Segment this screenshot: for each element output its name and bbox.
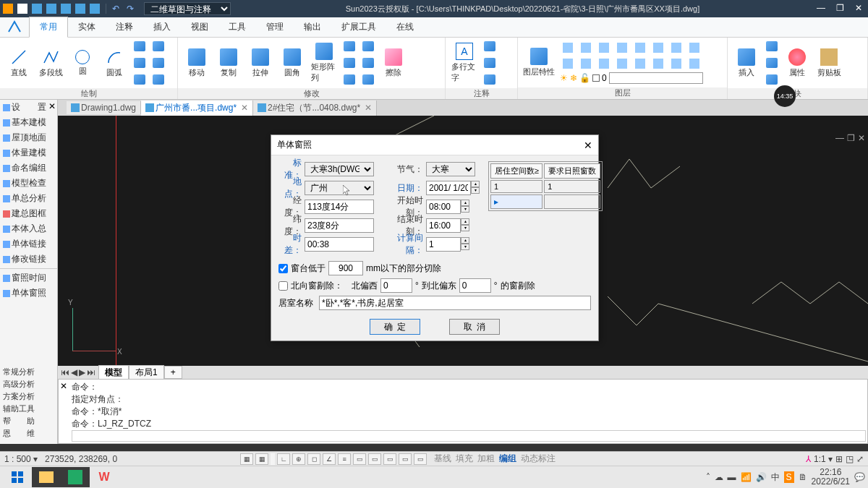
ok-button[interactable]: 确定 <box>370 319 420 335</box>
lw-icon[interactable]: ≡ <box>338 453 351 465</box>
lb-aux[interactable]: 辅助工具 <box>0 403 57 415</box>
layer-icon-16[interactable] <box>686 56 702 71</box>
lb-advanced[interactable]: 高级分析 <box>0 378 57 390</box>
ortho-icon[interactable]: ∟ <box>277 453 290 465</box>
doc-tab-2[interactable]: 广州市番...项目.dwg*✕ <box>141 100 253 116</box>
polar-icon[interactable]: ⊕ <box>292 453 305 465</box>
menu-entity[interactable]: 实体 <box>68 17 106 37</box>
tray-battery-icon[interactable]: ▬ <box>728 472 736 482</box>
mod-sm-5[interactable] <box>360 56 376 70</box>
interval-input[interactable]: ▴▾ <box>426 237 469 252</box>
lp-single-link[interactable]: 单体链接 <box>0 236 57 252</box>
draw-sm-3[interactable] <box>132 72 148 87</box>
layer-icon-11[interactable] <box>596 56 612 71</box>
blk-sm-2[interactable] <box>764 56 780 70</box>
open-icon[interactable] <box>32 4 42 14</box>
move-button[interactable]: 移动 <box>182 47 211 80</box>
lp-into-total[interactable]: 本体入总 <box>0 221 57 236</box>
circle-button[interactable]: 圆 <box>68 48 97 78</box>
st-r2-icon[interactable]: ◳ <box>846 454 854 464</box>
tz-input[interactable] <box>305 237 374 252</box>
st-icon-8[interactable]: ▭ <box>383 453 396 465</box>
st-icon-9[interactable]: ▭ <box>399 453 412 465</box>
mtext-button[interactable]: A多行文字 <box>450 41 479 85</box>
wps-icon[interactable]: W <box>90 467 119 487</box>
attr-button[interactable]: 属性 <box>783 47 812 80</box>
ann-sm-3[interactable] <box>482 72 498 87</box>
layer-icon-1[interactable] <box>560 40 576 55</box>
layer-icon-3[interactable] <box>596 40 612 55</box>
insert-button[interactable]: 插入 <box>732 47 761 80</box>
tab-last-icon[interactable]: ⏭ <box>87 367 95 377</box>
tray-up-icon[interactable]: ˄ <box>706 472 710 482</box>
mod-sm-4[interactable] <box>360 39 376 53</box>
longitude-input[interactable] <box>305 200 374 214</box>
latitude-input[interactable] <box>305 218 374 233</box>
lp-mass-model[interactable]: 体量建模 <box>0 145 57 160</box>
menu-online[interactable]: 在线 <box>386 17 424 37</box>
clipboard-button[interactable]: 剪贴板 <box>814 47 843 80</box>
tray-ime-icon[interactable]: 中 <box>771 471 780 484</box>
cmdline-close-icon[interactable]: ✕ <box>60 381 67 391</box>
date-input[interactable]: ▴▾ <box>426 181 480 195</box>
lp-modify-link[interactable]: 修改链接 <box>0 252 57 267</box>
mod-sm-3[interactable] <box>341 72 357 87</box>
otrack-icon[interactable]: ∠ <box>323 453 336 465</box>
lb-normal[interactable]: 常规分析 <box>0 366 57 378</box>
doc-tab-3[interactable]: 2#住宅（节...0408.dwg*✕ <box>253 100 377 116</box>
tray-vol-icon[interactable]: 🔊 <box>756 472 767 482</box>
lp-roof-ground[interactable]: 屋顶地面 <box>0 130 57 145</box>
arc-button[interactable]: 圆弧 <box>100 47 129 80</box>
maximize-button[interactable]: ❐ <box>833 3 846 14</box>
scale-display[interactable]: 1 : 500 ▾ <box>4 454 38 464</box>
tab-next-icon[interactable]: ▶ <box>79 367 85 377</box>
sill-value-input[interactable] <box>328 261 363 275</box>
draw-sm-4[interactable] <box>150 39 166 53</box>
undo-icon[interactable]: ↶ <box>112 4 122 14</box>
workspace-selector[interactable]: 二维草图与注释 <box>144 2 231 15</box>
close-icon[interactable]: ✕ <box>365 103 372 113</box>
print-icon[interactable] <box>75 4 85 14</box>
term-select[interactable]: 大寒 <box>426 162 475 176</box>
draw-sm-1[interactable] <box>132 39 148 53</box>
room-name-input[interactable] <box>319 296 591 310</box>
tray-doc-icon[interactable]: 🗎 <box>799 472 807 482</box>
standard-select[interactable]: 大寒3h(DWG1) <box>305 162 374 176</box>
layer-props-button[interactable]: 图层特性 <box>521 46 557 79</box>
doc-tab-1[interactable]: Drawing1.dwg <box>67 101 141 114</box>
lp-single-window[interactable]: 单体窗照 <box>0 286 57 301</box>
menu-view[interactable]: 视图 <box>181 17 218 37</box>
menu-manage[interactable]: 管理 <box>256 17 294 37</box>
ne-input[interactable] <box>459 278 491 293</box>
layer-icon-6[interactable] <box>650 40 666 55</box>
lp-model-check[interactable]: 模型检查 <box>0 176 57 191</box>
line-button[interactable]: 直线 <box>4 47 33 80</box>
tray-s-icon[interactable]: S <box>784 471 794 483</box>
layer-icon-2[interactable] <box>578 40 594 55</box>
end-time-input[interactable]: ▴▾ <box>426 218 469 233</box>
menu-ext[interactable]: 扩展工具 <box>331 17 386 37</box>
tray-notif-icon[interactable]: 💬 <box>854 472 865 482</box>
panel-close-icon[interactable]: ✕ <box>48 101 56 111</box>
draw-sm-6[interactable] <box>150 72 166 87</box>
tray-wifi-icon[interactable]: 📶 <box>741 472 752 482</box>
st-r1-icon[interactable]: ⊞ <box>835 454 843 464</box>
lp-window-time[interactable]: 窗照时间 <box>0 270 57 286</box>
location-select[interactable]: 广州 <box>305 181 374 195</box>
cancel-button[interactable]: 取消 <box>449 319 500 335</box>
ratio-display[interactable]: 1:1 ▾ <box>814 454 833 464</box>
snap-icon[interactable]: ▦ <box>255 453 268 465</box>
copy-button[interactable]: 复制 <box>214 47 243 80</box>
st-r3-icon[interactable]: ⤢ <box>856 454 864 464</box>
layer-icon-8[interactable] <box>686 40 702 55</box>
erase-button[interactable]: 擦除 <box>379 47 408 80</box>
mod-sm-1[interactable] <box>341 39 357 53</box>
ann-sm-1[interactable] <box>482 39 498 53</box>
draw-sm-5[interactable] <box>150 56 166 70</box>
sill-checkbox[interactable] <box>278 264 288 273</box>
layer-icon-4[interactable] <box>614 40 630 55</box>
st-icon-7[interactable]: ▭ <box>368 453 381 465</box>
lp-frame[interactable]: 建总图框 <box>0 206 57 221</box>
tray-clock[interactable]: 22:162022/6/21 <box>812 468 850 487</box>
tab-model[interactable]: 模型 <box>98 365 129 380</box>
